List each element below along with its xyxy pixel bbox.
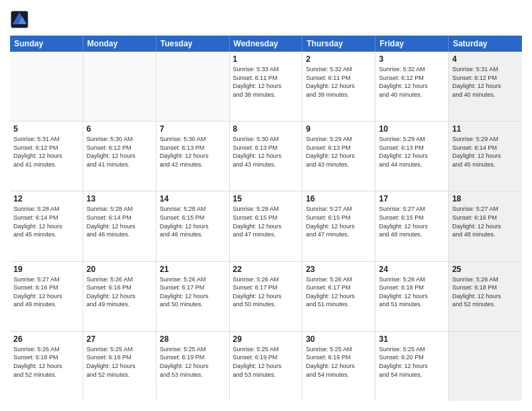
calendar-row-4: 26Sunrise: 5:26 AM Sunset: 6:18 PM Dayli… [10, 332, 522, 401]
day-cell-20: 20Sunrise: 5:26 AM Sunset: 6:16 PM Dayli… [83, 262, 157, 331]
day-number: 26 [13, 334, 79, 344]
day-number: 27 [87, 334, 152, 344]
day-info: Sunrise: 5:28 AM Sunset: 6:14 PM Dayligh… [13, 205, 79, 238]
day-info: Sunrise: 5:26 AM Sunset: 6:17 PM Dayligh… [233, 275, 299, 309]
day-cell-2: 2Sunrise: 5:32 AM Sunset: 6:11 PM Daylig… [302, 52, 375, 121]
day-cell-17: 17Sunrise: 5:27 AM Sunset: 6:15 PM Dayli… [375, 191, 449, 261]
day-number: 2 [306, 54, 371, 64]
day-info: Sunrise: 5:30 AM Sunset: 6:12 PM Dayligh… [87, 135, 152, 169]
day-info: Sunrise: 5:26 AM Sunset: 6:18 PM Dayligh… [13, 345, 79, 379]
day-cell-26: 26Sunrise: 5:26 AM Sunset: 6:18 PM Dayli… [10, 332, 83, 401]
day-cell-10: 10Sunrise: 5:29 AM Sunset: 6:13 PM Dayli… [375, 122, 449, 191]
day-cell-8: 8Sunrise: 5:30 AM Sunset: 6:13 PM Daylig… [230, 122, 303, 191]
day-info: Sunrise: 5:30 AM Sunset: 6:13 PM Dayligh… [233, 135, 299, 169]
day-cell-6: 6Sunrise: 5:30 AM Sunset: 6:12 PM Daylig… [83, 122, 157, 191]
day-number: 6 [87, 124, 152, 134]
header [10, 10, 522, 29]
day-number: 21 [160, 265, 226, 274]
day-number: 4 [452, 54, 519, 64]
day-cell-24: 24Sunrise: 5:26 AM Sunset: 6:18 PM Dayli… [375, 262, 449, 331]
day-info: Sunrise: 5:27 AM Sunset: 6:16 PM Dayligh… [13, 275, 79, 309]
day-number: 19 [13, 265, 79, 274]
day-info: Sunrise: 5:27 AM Sunset: 6:16 PM Dayligh… [452, 205, 519, 238]
calendar-row-1: 5Sunrise: 5:31 AM Sunset: 6:12 PM Daylig… [10, 122, 522, 191]
day-number: 23 [306, 265, 371, 274]
day-number: 15 [233, 194, 299, 203]
day-info: Sunrise: 5:29 AM Sunset: 6:13 PM Dayligh… [379, 135, 445, 169]
day-info: Sunrise: 5:27 AM Sunset: 6:15 PM Dayligh… [306, 205, 371, 238]
day-cell-28: 28Sunrise: 5:25 AM Sunset: 6:19 PM Dayli… [157, 332, 230, 401]
day-number: 31 [379, 334, 445, 344]
empty-cell-4-6 [449, 332, 522, 401]
day-cell-1: 1Sunrise: 5:33 AM Sunset: 6:11 PM Daylig… [230, 52, 303, 121]
day-info: Sunrise: 5:26 AM Sunset: 6:18 PM Dayligh… [452, 275, 519, 309]
calendar-row-3: 19Sunrise: 5:27 AM Sunset: 6:16 PM Dayli… [10, 262, 522, 332]
day-number: 10 [379, 124, 445, 134]
day-cell-18: 18Sunrise: 5:27 AM Sunset: 6:16 PM Dayli… [449, 191, 522, 261]
day-cell-19: 19Sunrise: 5:27 AM Sunset: 6:16 PM Dayli… [10, 262, 83, 331]
weekday-header-thursday: Thursday [302, 36, 375, 52]
day-number: 11 [452, 124, 519, 134]
day-cell-13: 13Sunrise: 5:28 AM Sunset: 6:14 PM Dayli… [83, 191, 157, 261]
day-number: 3 [379, 54, 445, 64]
day-info: Sunrise: 5:25 AM Sunset: 6:19 PM Dayligh… [160, 345, 226, 379]
empty-cell-0-2 [157, 52, 230, 121]
day-cell-11: 11Sunrise: 5:29 AM Sunset: 6:14 PM Dayli… [449, 122, 522, 191]
day-cell-9: 9Sunrise: 5:29 AM Sunset: 6:13 PM Daylig… [302, 122, 375, 191]
weekday-header-sunday: Sunday [10, 36, 83, 52]
day-cell-14: 14Sunrise: 5:28 AM Sunset: 6:15 PM Dayli… [157, 191, 230, 261]
day-cell-15: 15Sunrise: 5:28 AM Sunset: 6:15 PM Dayli… [230, 191, 303, 261]
calendar: SundayMondayTuesdayWednesdayThursdayFrid… [10, 36, 522, 401]
day-info: Sunrise: 5:26 AM Sunset: 6:16 PM Dayligh… [87, 275, 152, 309]
logo-icon [10, 10, 29, 29]
day-number: 8 [233, 124, 299, 134]
day-info: Sunrise: 5:26 AM Sunset: 6:17 PM Dayligh… [160, 275, 226, 309]
weekday-header-monday: Monday [83, 36, 157, 52]
day-cell-12: 12Sunrise: 5:28 AM Sunset: 6:14 PM Dayli… [10, 191, 83, 261]
day-cell-3: 3Sunrise: 5:32 AM Sunset: 6:12 PM Daylig… [375, 52, 449, 121]
day-number: 18 [452, 194, 519, 203]
day-cell-29: 29Sunrise: 5:25 AM Sunset: 6:19 PM Dayli… [230, 332, 303, 401]
day-number: 17 [379, 194, 445, 203]
day-number: 13 [87, 194, 152, 203]
day-info: Sunrise: 5:28 AM Sunset: 6:14 PM Dayligh… [87, 205, 152, 238]
day-number: 9 [306, 124, 371, 134]
day-cell-7: 7Sunrise: 5:30 AM Sunset: 6:13 PM Daylig… [157, 122, 230, 191]
day-cell-21: 21Sunrise: 5:26 AM Sunset: 6:17 PM Dayli… [157, 262, 230, 331]
empty-cell-0-0 [10, 52, 83, 121]
day-number: 29 [233, 334, 299, 344]
calendar-body: 1Sunrise: 5:33 AM Sunset: 6:11 PM Daylig… [10, 52, 522, 401]
day-number: 16 [306, 194, 371, 203]
weekday-header-wednesday: Wednesday [230, 36, 303, 52]
day-cell-27: 27Sunrise: 5:25 AM Sunset: 6:18 PM Dayli… [83, 332, 157, 401]
day-number: 14 [160, 194, 226, 203]
day-info: Sunrise: 5:29 AM Sunset: 6:13 PM Dayligh… [306, 135, 371, 169]
empty-cell-0-1 [83, 52, 157, 121]
day-number: 1 [233, 54, 299, 64]
day-number: 28 [160, 334, 226, 344]
day-number: 25 [452, 265, 519, 274]
day-cell-5: 5Sunrise: 5:31 AM Sunset: 6:12 PM Daylig… [10, 122, 83, 191]
weekday-header-saturday: Saturday [449, 36, 522, 52]
day-info: Sunrise: 5:33 AM Sunset: 6:11 PM Dayligh… [233, 65, 299, 99]
day-info: Sunrise: 5:31 AM Sunset: 6:12 PM Dayligh… [13, 135, 79, 169]
day-cell-31: 31Sunrise: 5:25 AM Sunset: 6:20 PM Dayli… [375, 332, 449, 401]
day-info: Sunrise: 5:26 AM Sunset: 6:17 PM Dayligh… [306, 275, 371, 309]
day-number: 12 [13, 194, 79, 203]
day-info: Sunrise: 5:28 AM Sunset: 6:15 PM Dayligh… [160, 205, 226, 238]
day-number: 5 [13, 124, 79, 134]
day-number: 22 [233, 265, 299, 274]
day-info: Sunrise: 5:32 AM Sunset: 6:11 PM Dayligh… [306, 65, 371, 99]
day-info: Sunrise: 5:30 AM Sunset: 6:13 PM Dayligh… [160, 135, 226, 169]
day-info: Sunrise: 5:31 AM Sunset: 6:12 PM Dayligh… [452, 65, 519, 99]
day-info: Sunrise: 5:28 AM Sunset: 6:15 PM Dayligh… [233, 205, 299, 238]
calendar-page: SundayMondayTuesdayWednesdayThursdayFrid… [0, 0, 532, 411]
day-number: 30 [306, 334, 371, 344]
day-cell-30: 30Sunrise: 5:25 AM Sunset: 6:19 PM Dayli… [302, 332, 375, 401]
day-info: Sunrise: 5:25 AM Sunset: 6:18 PM Dayligh… [87, 345, 152, 379]
day-cell-16: 16Sunrise: 5:27 AM Sunset: 6:15 PM Dayli… [302, 191, 375, 261]
calendar-header: SundayMondayTuesdayWednesdayThursdayFrid… [10, 36, 522, 52]
logo [10, 10, 32, 29]
weekday-header-friday: Friday [375, 36, 449, 52]
day-cell-23: 23Sunrise: 5:26 AM Sunset: 6:17 PM Dayli… [302, 262, 375, 331]
